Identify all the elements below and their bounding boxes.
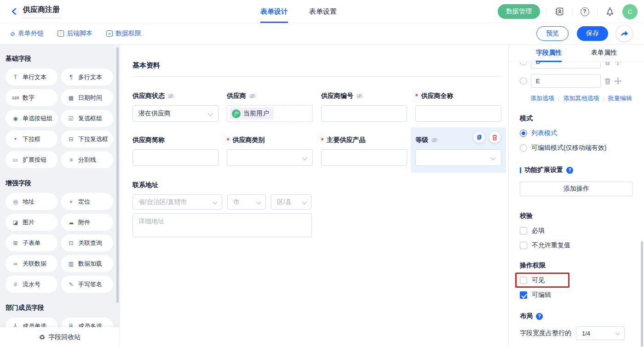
preview-button[interactable]: 预览: [536, 26, 569, 41]
sidebar-item-attachment[interactable]: ☁附件: [61, 214, 113, 231]
tab-form-settings[interactable]: 表单设置: [309, 0, 337, 23]
editable-checkbox-row[interactable]: 可编辑: [520, 291, 633, 299]
field-supplier[interactable]: 供应商 户 当前用户: [227, 91, 313, 122]
user-avatar[interactable]: C: [622, 4, 638, 19]
notification-bell-icon[interactable]: [604, 6, 616, 17]
tab-form-design[interactable]: 表单设计: [260, 0, 288, 23]
save-button[interactable]: 保存: [577, 26, 608, 41]
sidebar-item-address[interactable]: ◎地址: [6, 193, 58, 210]
sidebar-item-data-loading[interactable]: ▥数据加载: [61, 255, 113, 272]
data-manage-button[interactable]: 数据管理: [498, 4, 540, 19]
eye-off-icon: [431, 137, 438, 143]
add-operation-button[interactable]: 添加操作: [520, 182, 633, 196]
field-main-products[interactable]: *主要供应产品: [321, 136, 407, 166]
field-recycle-bin[interactable]: ♻ 字段回收站: [0, 327, 120, 347]
current-user-chip[interactable]: 户 当前用户: [230, 108, 274, 119]
sidebar-item-checkbox-group[interactable]: ☑复选框组: [61, 110, 113, 127]
data-permission-link[interactable]: ılı 数据权限: [106, 29, 141, 38]
delete-field-button[interactable]: [489, 131, 500, 143]
sidebar-item-multi-line-text[interactable]: ¶多行文本: [61, 68, 113, 85]
sidebar-item-signature[interactable]: ✎手写签名: [61, 276, 113, 293]
supplier-category-select[interactable]: [227, 149, 313, 166]
sidebar-item-image[interactable]: ◪图片: [6, 214, 58, 231]
help-icon[interactable]: ?: [579, 6, 591, 17]
field-supplier-status[interactable]: 供应商状态 潜在供应商: [132, 91, 218, 122]
tab-field-properties[interactable]: 字段属性: [536, 45, 562, 62]
sidebar-item-linked-data[interactable]: ∞关联数据: [6, 255, 58, 272]
supplier-short-name-input[interactable]: [132, 149, 218, 166]
main-products-input[interactable]: [321, 149, 407, 166]
validation-section-title: 校验: [520, 212, 633, 220]
panel-scrollbar[interactable]: [641, 241, 643, 347]
field-supplier-code[interactable]: 供应商编号: [321, 91, 407, 122]
delete-option-icon[interactable]: [604, 62, 611, 65]
header-tabs: 表单设计 表单设置: [260, 0, 337, 23]
sidebar-item-linked-query[interactable]: ⊡关联查询: [61, 234, 113, 251]
form-section-title[interactable]: 基本资料: [132, 61, 500, 77]
sidebar-item-extend-button[interactable]: ▭扩展按钮: [6, 151, 58, 168]
field-contact-address[interactable]: 联系地址 省/自治区/直辖市 市 区/县: [132, 181, 500, 239]
page-title[interactable]: 供应商注册: [22, 4, 61, 18]
back-icon[interactable]: [9, 6, 19, 17]
sidebar-item-serial-number[interactable]: #流水号: [6, 276, 58, 293]
address-detail-textarea[interactable]: [132, 213, 312, 237]
field-supplier-full-name[interactable]: *供应商全称: [415, 91, 501, 122]
share-button[interactable]: [616, 26, 632, 41]
option-value-input[interactable]: [531, 74, 601, 88]
add-other-option-link[interactable]: 添加其他选项: [563, 94, 599, 102]
batch-edit-link[interactable]: 批量编辑: [608, 94, 632, 102]
sidebar-item-datetime[interactable]: ▦日期时间: [61, 89, 113, 106]
sidebar-item-subform[interactable]: ⊞子表单: [6, 234, 58, 251]
backend-script-link[interactable]: / 后端脚本: [58, 29, 92, 38]
sidebar-item-radio-group[interactable]: ◉单选按钮组: [6, 110, 58, 127]
sidebar-item-single-line-text[interactable]: T单行文本: [6, 68, 58, 85]
extend-button-icon: ▭: [12, 157, 19, 163]
delete-option-icon[interactable]: [604, 78, 611, 85]
add-option-link[interactable]: 添加选项: [530, 94, 554, 102]
editable-mode-radio[interactable]: 可编辑模式(仅移动端有效): [520, 144, 633, 152]
address-book-icon[interactable]: [553, 6, 565, 17]
sidebar-scrollbar[interactable]: [116, 47, 119, 303]
dropdown-icon: ▼: [12, 137, 19, 141]
city-select[interactable]: 市: [227, 194, 266, 210]
supplier-member-field[interactable]: 户 当前用户: [227, 105, 313, 122]
sidebar-item-dropdown-multi[interactable]: ⊟下拉复选框: [61, 131, 113, 148]
no-duplicate-checkbox-row[interactable]: 不允许重复值: [520, 241, 633, 250]
recycle-icon: ♻: [39, 333, 45, 341]
form-external-link[interactable]: ⊘ 表单外链: [10, 29, 44, 38]
option-radio[interactable]: [520, 77, 527, 85]
copy-field-button[interactable]: [473, 131, 485, 143]
grade-select[interactable]: [415, 149, 501, 166]
list-mode-radio[interactable]: 列表模式: [520, 129, 633, 137]
drag-option-icon[interactable]: [615, 78, 621, 85]
supplier-code-input[interactable]: [321, 105, 407, 122]
sidebar-item-number[interactable]: 123数字: [6, 89, 58, 106]
tab-form-properties[interactable]: 表单属性: [591, 45, 617, 62]
option-radio[interactable]: [520, 62, 527, 65]
required-checkbox-row[interactable]: 必填: [520, 227, 633, 235]
field-width-select[interactable]: 1/4: [576, 326, 625, 340]
district-select[interactable]: 区/县: [271, 194, 311, 210]
help-badge-icon[interactable]: ?: [566, 167, 573, 174]
field-supplier-short-name[interactable]: 供应商简称: [132, 136, 218, 166]
eye-off-icon: [356, 93, 363, 99]
drag-option-icon[interactable]: [615, 62, 621, 65]
option-value-input[interactable]: [531, 62, 601, 68]
field-supplier-category[interactable]: *供应商类别: [227, 136, 313, 166]
eye-off-icon: [249, 93, 256, 99]
supplier-full-name-input[interactable]: [415, 105, 501, 122]
supplier-status-select[interactable]: 潜在供应商: [132, 105, 218, 122]
properties-panel: 字段属性 表单属性 添加选项 | 添加其他选项 | 批量编辑 模式 列表模式: [508, 45, 644, 347]
sidebar-item-location[interactable]: ⌖定位: [61, 193, 113, 210]
visible-checkbox-row[interactable]: 可见: [520, 276, 633, 284]
location-icon: ⌖: [67, 199, 75, 205]
province-select[interactable]: 省/自治区/直辖市: [132, 194, 222, 210]
sidebar-item-divider-line[interactable]: ≡分割线: [61, 151, 113, 168]
single-line-text-icon: T: [12, 74, 19, 80]
signature-icon: ✎: [67, 281, 75, 288]
field-grade-selected[interactable]: 等级: [411, 127, 506, 173]
help-badge-icon[interactable]: ?: [536, 313, 543, 320]
layout-section-title: 布局 ?: [520, 312, 633, 320]
sidebar-item-dropdown[interactable]: ▼下拉框: [6, 131, 58, 148]
eye-off-icon: [167, 93, 174, 99]
